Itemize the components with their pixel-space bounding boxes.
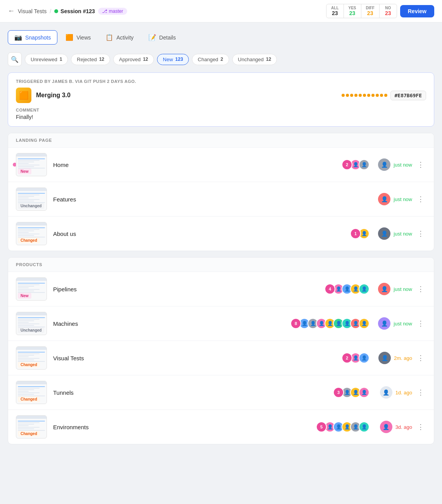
trigger-text: TRIGGERED BY JAMES B. VIA GIT PUSH 2 DAY… xyxy=(16,79,426,84)
hash-dot xyxy=(384,94,387,97)
snapshot-name-environments: Environments xyxy=(53,424,310,430)
hash-dot xyxy=(346,94,349,97)
hash-dot xyxy=(367,94,370,97)
filter-rejected[interactable]: Rejected 12 xyxy=(71,54,110,65)
more-menu-about-us[interactable]: ⋮ xyxy=(415,228,426,239)
time-avatar-features: 👤 xyxy=(378,193,390,205)
session-info-left: 🟧 Merging 3.0 xyxy=(16,88,71,103)
stats-group: ALL 23 YES 23 DIFF 23 NO 23 xyxy=(326,4,397,18)
header: ← Visual Tests / Session #123 ⎇ master A… xyxy=(0,0,442,22)
filter-changed[interactable]: Changed 2 xyxy=(192,54,229,65)
avatar-tunnels-3: 👤 xyxy=(359,387,369,398)
breadcrumb-separator: / xyxy=(50,8,51,14)
hash-dot xyxy=(350,94,353,97)
time-section-environments: 👤 3d. ago ⋮ xyxy=(376,421,426,433)
filter-changed-label: Changed xyxy=(198,57,218,62)
time-avatar-home: 👤 xyxy=(378,158,390,171)
thumb-wrapper-features: Unchanged xyxy=(16,187,47,211)
session-label: Session #123 xyxy=(54,8,95,14)
more-menu-visual-tests[interactable]: ⋮ xyxy=(415,353,426,363)
review-button[interactable]: Review xyxy=(400,5,434,17)
snapshot-row-home[interactable]: New Home 2 👤 👤 👤 just now ⋮ xyxy=(8,148,434,182)
more-menu-machines[interactable]: ⋮ xyxy=(415,318,426,329)
snapshot-row-machines[interactable]: Unchanged Machines 8 👤 👤 👤 👤 👤 👤 👤 👤 👤 j… xyxy=(8,306,434,341)
hash-badge: #E87B69FE xyxy=(390,91,426,100)
filter-new[interactable]: New 123 xyxy=(157,54,189,65)
more-menu-pipelines[interactable]: ⋮ xyxy=(415,284,426,294)
more-menu-environments[interactable]: ⋮ xyxy=(415,421,426,432)
branch-badge[interactable]: ⎇ master xyxy=(98,8,127,15)
more-menu-features[interactable]: ⋮ xyxy=(415,194,426,205)
time-machines: just now xyxy=(394,321,412,327)
session-status-dot xyxy=(54,9,58,13)
stat-all-num: 23 xyxy=(331,10,338,16)
tab-snapshots-label: Snapshots xyxy=(25,34,51,41)
more-menu-tunnels[interactable]: ⋮ xyxy=(415,387,426,398)
group-products: PRODUCTS New xyxy=(8,257,434,444)
snapshot-badge-about-us: Changed xyxy=(18,237,40,243)
avatars-machines: 8 👤 👤 👤 👤 👤 👤 👤 👤 xyxy=(290,318,369,329)
time-environments: 3d. ago xyxy=(395,424,412,430)
filter-unreviewed[interactable]: Unreviewed 1 xyxy=(25,54,68,65)
thumb-wrapper-visual-tests: Changed xyxy=(16,346,47,370)
avatar-count-home: 2 xyxy=(342,159,352,170)
avatar-count-environments: 5 xyxy=(316,421,327,432)
avatar-visual-tests-2: 👤 xyxy=(359,353,369,363)
hash-dot xyxy=(354,94,357,97)
snapshot-name-pipelines: Pipelines xyxy=(53,286,318,292)
hash-dot xyxy=(363,94,366,97)
time-avatar-tunnels: 👤 xyxy=(380,386,392,399)
back-button[interactable]: ← xyxy=(8,7,15,15)
snapshot-badge-tunnels: Changed xyxy=(18,396,40,402)
comment-text: Finally! xyxy=(16,114,426,120)
time-avatar-about-us: 👤 xyxy=(378,227,390,240)
avatars-home: 2 👤 👤 xyxy=(342,159,369,170)
stat-diff-num: 23 xyxy=(366,10,375,16)
thumb-wrapper-home: New xyxy=(16,153,47,176)
tab-snapshots[interactable]: 📷 Snapshots xyxy=(8,30,57,45)
header-right: ALL 23 YES 23 DIFF 23 NO 23 Review xyxy=(326,4,434,18)
snapshot-thumb-home: New xyxy=(16,153,47,176)
time-section-machines: 👤 just now ⋮ xyxy=(376,317,426,330)
group-products-header: PRODUCTS xyxy=(8,258,434,272)
tabs-row: 📷 Snapshots 🟧 Views 📋 Activity 📝 Details xyxy=(8,30,434,45)
breadcrumb[interactable]: Visual Tests xyxy=(18,8,47,14)
snapshot-row-environments[interactable]: Changed Environments 5 👤 👤 👤 👤 👤 👤 3d. a… xyxy=(8,410,434,444)
time-home: just now xyxy=(394,162,412,168)
snapshot-thumb-machines: Unchanged xyxy=(16,312,47,335)
search-button[interactable]: 🔍 xyxy=(8,52,22,66)
main-content: 📷 Snapshots 🟧 Views 📋 Activity 📝 Details… xyxy=(0,22,442,458)
snapshot-name-home: Home xyxy=(53,162,335,168)
snapshot-thumb-pipelines: New xyxy=(16,277,47,301)
stat-diff-label: DIFF xyxy=(366,6,375,10)
hash-dots xyxy=(342,94,387,97)
thumb-wrapper-about-us: Changed xyxy=(16,222,47,245)
snapshot-thumb-tunnels: Changed xyxy=(16,381,47,404)
snapshot-badge-visual-tests: Changed xyxy=(18,362,40,368)
snapshot-row-tunnels[interactable]: Changed Tunnels 3 👤 👤 👤 👤 1d. ago ⋮ xyxy=(8,375,434,410)
filter-new-count: 123 xyxy=(175,57,183,62)
avatar-count-tunnels: 3 xyxy=(333,387,344,398)
tab-details[interactable]: 📝 Details xyxy=(142,30,183,45)
hash-dot xyxy=(380,94,383,97)
tab-activity[interactable]: 📋 Activity xyxy=(99,30,140,45)
snapshot-row-pipelines[interactable]: New Pipelines 4 👤 👤 👤 👤 👤 just now ⋮ xyxy=(8,272,434,306)
thumb-wrapper-machines: Unchanged xyxy=(16,312,47,335)
avatar-count-visual-tests: 2 xyxy=(342,353,352,363)
comment-label: COMMENT xyxy=(16,108,426,112)
snapshot-thumb-visual-tests: Changed xyxy=(16,346,47,370)
filter-unreviewed-count: 1 xyxy=(60,57,62,62)
thumb-wrapper-environments: Changed xyxy=(16,415,47,439)
filter-unchanged[interactable]: Unchanged 12 xyxy=(232,54,277,65)
snapshot-row-features[interactable]: Unchanged Features 👤 just now ⋮ xyxy=(8,182,434,217)
snapshot-row-visual-tests[interactable]: Changed Visual Tests 2 👤 👤 👤 2m. ago ⋮ xyxy=(8,341,434,375)
snapshot-name-tunnels: Tunnels xyxy=(53,389,327,396)
tab-views[interactable]: 🟧 Views xyxy=(59,30,97,45)
time-tunnels: 1d. ago xyxy=(395,390,412,396)
more-menu-home[interactable]: ⋮ xyxy=(415,159,426,170)
tab-activity-label: Activity xyxy=(116,34,133,41)
filter-bar: 🔍 Unreviewed 1 Rejected 12 Approved 12 N… xyxy=(8,52,434,66)
filter-approved[interactable]: Approved 12 xyxy=(113,54,154,65)
snapshot-row-about-us[interactable]: Changed About us 1 👤 👤 just now ⋮ xyxy=(8,217,434,251)
thumb-wrapper-tunnels: Changed xyxy=(16,381,47,404)
